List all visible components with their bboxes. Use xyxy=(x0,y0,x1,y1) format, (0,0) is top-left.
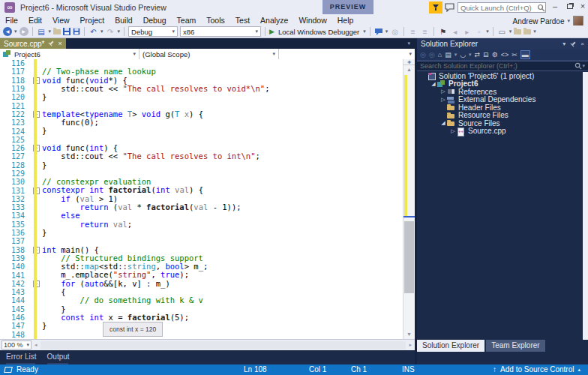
scrollbar-thumb[interactable] xyxy=(404,221,414,293)
undo-dropdown[interactable]: ▾ xyxy=(100,28,104,34)
pin-icon[interactable] xyxy=(47,39,56,47)
dock-tab-error-list[interactable]: Error List xyxy=(6,352,37,362)
solution-search-input[interactable] xyxy=(420,62,574,70)
platform-combo[interactable]: x86▾ xyxy=(180,26,261,37)
lightbulb-icon[interactable]: ◎ xyxy=(390,28,400,36)
properties-wrench-icon[interactable]: ✂ xyxy=(512,51,518,58)
scroll-right-arrow[interactable]: ▸ xyxy=(409,342,412,348)
document-list-dropdown[interactable]: ▾ xyxy=(407,40,410,46)
panel-close-icon[interactable]: × xyxy=(580,40,584,47)
comment-dropdown[interactable]: ▾ xyxy=(386,28,388,34)
navigate-forward-button[interactable]: ▶ xyxy=(20,27,28,36)
menu-analyze[interactable]: Analyze xyxy=(255,16,293,25)
indent-increase-icon[interactable]: ≡ xyxy=(420,28,430,36)
window-switch-icon[interactable]: ▤ xyxy=(37,28,46,36)
navigate-back-button[interactable]: ◀ xyxy=(3,27,12,36)
prev-bookmark-icon[interactable]: ◂ xyxy=(450,28,460,36)
split-grip[interactable]: ✚ xyxy=(404,59,415,65)
quick-launch-input[interactable] xyxy=(458,4,537,12)
save-button[interactable] xyxy=(63,28,70,35)
preview-selected-items-icon[interactable]: ▬ xyxy=(520,50,530,59)
menu-debug[interactable]: Debug xyxy=(138,16,172,25)
minimize-button[interactable]: – xyxy=(548,0,562,14)
undo-button[interactable]: ↶ xyxy=(88,28,98,36)
start-debug-icon[interactable]: ▶ xyxy=(269,28,274,35)
debug-config-combo[interactable]: Debug▾ xyxy=(128,26,178,37)
expander-expanded-icon[interactable]: ◢ xyxy=(430,81,437,87)
se-forward-button[interactable]: ◎ xyxy=(429,51,435,58)
tree-item-header-files[interactable]: Header Files xyxy=(417,104,583,112)
editor-vertical-scrollbar[interactable]: ✚ ▲ ▼ xyxy=(403,59,415,339)
scroll-left-arrow[interactable]: ◂ xyxy=(34,342,38,348)
navigate-back-dropdown[interactable]: ▾ xyxy=(14,28,17,34)
sync-with-active-document-icon[interactable]: ⇄ xyxy=(475,51,481,58)
menu-test[interactable]: Test xyxy=(230,16,255,25)
expander-collapsed-icon[interactable]: ▷ xyxy=(449,128,457,134)
indent-decrease-icon[interactable]: ≡ xyxy=(408,28,418,36)
run-button-label[interactable]: Local Windows Debugger xyxy=(278,28,359,36)
tree-item-external-dependencies[interactable]: ▷External Dependencies xyxy=(417,96,583,104)
menu-file[interactable]: File xyxy=(0,16,23,25)
document-tab[interactable]: Source.cpp* × xyxy=(0,38,66,49)
feedback-button[interactable] xyxy=(445,3,454,12)
pending-changes-filter-icon[interactable]: ◡ xyxy=(460,51,466,58)
panel-pin-icon[interactable] xyxy=(569,40,578,48)
avatar[interactable] xyxy=(573,16,584,26)
window-position-dropdown[interactable]: ▾ xyxy=(562,40,566,47)
switch-views-icon[interactable]: ▤ xyxy=(445,51,452,58)
menu-team[interactable]: Team xyxy=(172,16,202,25)
tab-close-icon[interactable]: × xyxy=(58,40,62,47)
bookmark-icon[interactable]: ⚑ xyxy=(438,28,448,36)
scope-dropdown[interactable]: (Global Scope)▾ xyxy=(140,49,279,59)
clear-bookmarks-icon[interactable]: ▫ xyxy=(474,28,484,36)
collapse-all-icon[interactable]: ⊟ xyxy=(483,51,489,58)
redo-dropdown[interactable]: ▾ xyxy=(118,28,121,34)
next-bookmark-icon[interactable]: ▸ xyxy=(462,28,472,36)
close-button[interactable]: × xyxy=(576,0,588,14)
toolbar-overflow[interactable]: ▾ xyxy=(533,28,536,34)
dock-tab-output[interactable]: Output xyxy=(47,352,70,362)
add-to-source-control-button[interactable]: ↑ Add to Source Control ▴ xyxy=(493,365,580,374)
tree-scrollbar[interactable] xyxy=(583,72,588,340)
save-all-button[interactable] xyxy=(74,28,80,35)
bookmark-overflow[interactable]: ▾ xyxy=(486,28,489,34)
tree-item-solution-project6-1-project[interactable]: Solution 'Project6' (1 project) xyxy=(417,72,583,80)
menu-view[interactable]: View xyxy=(47,16,75,25)
flag-button[interactable] xyxy=(429,2,442,14)
zoom-selector[interactable]: 100 %▾ xyxy=(2,340,32,350)
menu-tools[interactable]: Tools xyxy=(201,16,230,25)
project-dropdown[interactable]: Project6 ▾ xyxy=(0,49,140,59)
expander-collapsed-icon[interactable]: ▷ xyxy=(440,88,447,94)
panel-tab-solution-explorer[interactable]: Solution Explorer xyxy=(417,340,484,352)
tree-item-resource-files[interactable]: Resource Files xyxy=(417,112,583,120)
member-dropdown[interactable]: ▾ xyxy=(279,49,415,59)
run-dropdown[interactable]: ▾ xyxy=(363,28,366,34)
tree-item-source-cpp[interactable]: ▷Source.cpp xyxy=(417,128,583,136)
horizontal-scrollbar[interactable] xyxy=(40,341,406,350)
redo-button[interactable]: ↷ xyxy=(106,28,116,36)
menu-edit[interactable]: Edit xyxy=(23,16,47,25)
window-switch-dropdown[interactable]: ▾ xyxy=(49,28,52,34)
properties-gear-icon[interactable]: ⚙ xyxy=(492,51,498,58)
new-item-dropdown[interactable]: ▾ xyxy=(509,28,512,34)
expander-collapsed-icon[interactable]: ▷ xyxy=(440,97,447,103)
scroll-up-arrow[interactable]: ▲ xyxy=(404,65,415,74)
menu-help[interactable]: Help xyxy=(332,16,359,25)
menu-project[interactable]: Project xyxy=(75,16,110,25)
menu-window[interactable]: Window xyxy=(293,16,332,25)
menu-build[interactable]: Build xyxy=(110,16,137,25)
switch-views-dropdown[interactable]: ▾ xyxy=(454,52,458,58)
open-folder-icon[interactable] xyxy=(53,29,61,34)
tree-item-project6[interactable]: ◢Project6 xyxy=(417,80,583,88)
solution-explorer-search[interactable]: ▾ xyxy=(417,61,588,71)
tree-item-source-files[interactable]: ◢Source Files xyxy=(417,119,583,128)
code-editor[interactable]: 116117// Two-phase name lookup118−void f… xyxy=(0,59,403,339)
sync-folder-icon[interactable] xyxy=(524,29,531,34)
search-options-dropdown[interactable]: ▾ xyxy=(582,63,585,69)
add-folder-icon[interactable] xyxy=(514,29,521,34)
quick-launch-box[interactable] xyxy=(458,2,546,13)
scroll-down-arrow[interactable]: ▼ xyxy=(404,330,415,339)
comment-icon[interactable] xyxy=(374,28,383,36)
panel-tab-team-explorer[interactable]: Team Explorer xyxy=(486,340,544,352)
expander-expanded-icon[interactable]: ◢ xyxy=(440,120,447,126)
